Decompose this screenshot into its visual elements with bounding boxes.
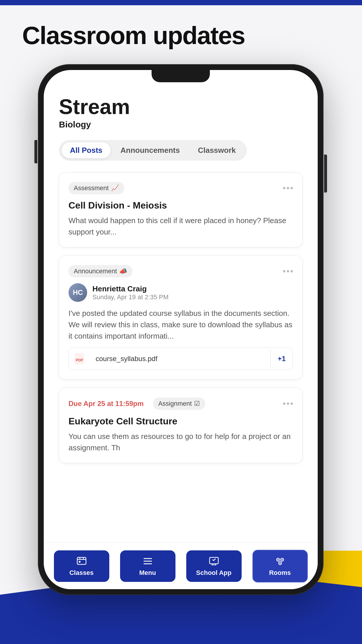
page-title: Classroom updates xyxy=(22,21,245,50)
card-body: I've posted the updated course syllabus … xyxy=(68,308,293,342)
pdf-filename: course_syllabus.pdf xyxy=(90,349,270,368)
more-options-button[interactable] xyxy=(283,187,293,189)
avatar: HC xyxy=(68,283,87,302)
svg-rect-2 xyxy=(77,557,86,564)
card-title: Cell Division - Meiosis xyxy=(68,200,293,211)
author-info: Henrietta Craig Sunday, Apr 19 at 2:35 P… xyxy=(92,284,168,301)
stream-subtitle: Biology xyxy=(59,120,303,130)
more-options-button[interactable] xyxy=(283,402,293,405)
stream-title: Stream xyxy=(59,96,303,117)
school-app-label: School App xyxy=(196,569,231,577)
screen-content: Stream Biology All Posts Announcements C… xyxy=(44,70,318,542)
attachment-more[interactable]: +1 xyxy=(270,349,293,368)
card-header: Announcement 📣 xyxy=(68,265,293,277)
assignment-tag: Assignment ☑ xyxy=(153,398,205,410)
svg-rect-3 xyxy=(79,561,80,563)
rooms-label: Rooms xyxy=(269,569,291,577)
tabs-bar: All Posts Announcements Classwork xyxy=(59,140,247,161)
avatar-image: HC xyxy=(68,283,87,302)
pdf-icon-box: PDF xyxy=(69,348,90,370)
pdf-icon: PDF xyxy=(75,353,84,364)
card-body: What would happen to this cell if it wer… xyxy=(68,215,293,238)
tab-classwork[interactable]: Classwork xyxy=(190,142,244,158)
rooms-icon xyxy=(275,556,286,567)
assignment-card[interactable]: Due Apr 25 at 11:59pm Assignment ☑ Eukar… xyxy=(59,388,303,463)
card-body: You can use them as resources to go to f… xyxy=(68,431,293,454)
card-header: Assessment 📈 xyxy=(68,182,293,194)
due-tag: Due Apr 25 at 11:59pm xyxy=(68,397,149,410)
chart-icon: 📈 xyxy=(111,184,119,192)
checkbox-icon: ☑ xyxy=(194,400,200,407)
nav-school-app[interactable]: School App xyxy=(186,550,242,582)
card-header: Due Apr 25 at 11:59pm Assignment ☑ xyxy=(68,397,293,410)
classes-icon xyxy=(76,556,87,567)
top-bar xyxy=(0,0,362,5)
tab-all-posts[interactable]: All Posts xyxy=(62,142,110,158)
announcement-card[interactable]: Announcement 📣 HC Henrietta Craig xyxy=(59,256,303,379)
svg-text:PDF: PDF xyxy=(76,358,83,362)
tab-announcements[interactable]: Announcements xyxy=(112,142,188,158)
menu-icon xyxy=(142,556,153,567)
due-tag-row: Due Apr 25 at 11:59pm Assignment ☑ xyxy=(68,397,205,410)
assessment-card[interactable]: Assessment 📈 Cell Division - Meiosis Wha… xyxy=(59,172,303,247)
author-name: Henrietta Craig xyxy=(92,284,168,293)
school-app-icon xyxy=(208,556,219,567)
svg-point-13 xyxy=(280,563,281,564)
classes-label: Classes xyxy=(69,569,94,577)
nav-menu[interactable]: Menu xyxy=(120,550,175,582)
announcement-tag: Announcement 📣 xyxy=(68,265,132,277)
nav-rooms[interactable]: Rooms xyxy=(252,550,308,582)
bottom-nav: Classes Menu xyxy=(44,542,318,589)
svg-point-11 xyxy=(277,559,279,560)
svg-point-12 xyxy=(282,559,283,560)
phone-screen: Stream Biology All Posts Announcements C… xyxy=(44,70,318,589)
card-title: Eukaryote Cell Structure xyxy=(68,416,293,427)
phone-outer: Stream Biology All Posts Announcements C… xyxy=(38,64,324,595)
assessment-tag: Assessment 📈 xyxy=(68,182,124,194)
author-time: Sunday, Apr 19 at 2:35 PM xyxy=(92,293,168,301)
phone-notch xyxy=(152,70,210,82)
attachment[interactable]: PDF course_syllabus.pdf +1 xyxy=(68,348,293,370)
nav-classes[interactable]: Classes xyxy=(54,550,109,582)
author-row: HC Henrietta Craig Sunday, Apr 19 at 2:3… xyxy=(68,283,293,302)
phone-mockup: Stream Biology All Posts Announcements C… xyxy=(38,64,324,595)
megaphone-icon: 📣 xyxy=(119,267,127,275)
more-options-button[interactable] xyxy=(283,270,293,272)
menu-label: Menu xyxy=(139,569,156,577)
